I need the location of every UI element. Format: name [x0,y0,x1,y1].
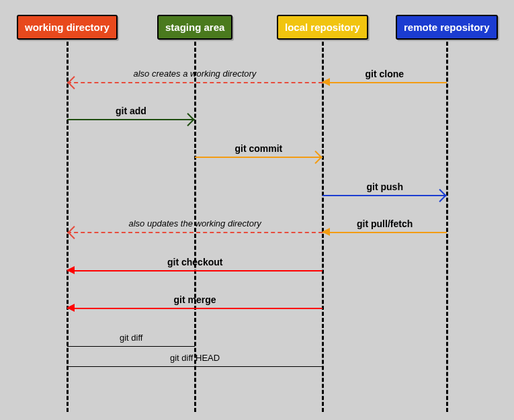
arrow-label-add: git add [116,106,146,116]
arrowhead-icon [67,304,75,312]
arrowhead-icon [322,228,330,236]
arrow-label-checkout: git checkout [167,257,222,267]
lifeline-remote [446,42,448,412]
arrowhead-icon [322,78,330,86]
arrow-label-diff: git diff [120,333,142,343]
participant-remote: remote repository [396,15,498,40]
git-sequence-diagram: working directorystaging arealocal repos… [0,0,514,420]
arrow-label-pull-side: also updates the working directory [129,218,261,228]
arrow-label-push: git push [367,181,403,192]
arrowhead-icon [67,76,81,89]
arrowhead-icon [433,189,447,202]
participant-local: local repository [277,15,368,40]
arrowhead-icon [67,266,75,274]
lifeline-local [322,42,324,412]
participant-working: working directory [17,15,118,40]
arrowhead-icon [181,113,195,126]
arrowhead-icon [67,226,81,239]
arrow-label-clone-side: also creates a working directory [134,69,257,79]
arrow-label-diff-head: git diff HEAD [170,353,220,363]
arrow-label-commit: git commit [235,143,283,154]
arrowhead-icon [309,151,323,164]
arrow-label-merge: git merge [174,294,216,305]
lifeline-working [67,42,69,412]
arrow-label-clone: git clone [366,69,404,79]
participant-staging: staging area [157,15,232,40]
arrow-label-pull: git pull/fetch [357,218,413,229]
